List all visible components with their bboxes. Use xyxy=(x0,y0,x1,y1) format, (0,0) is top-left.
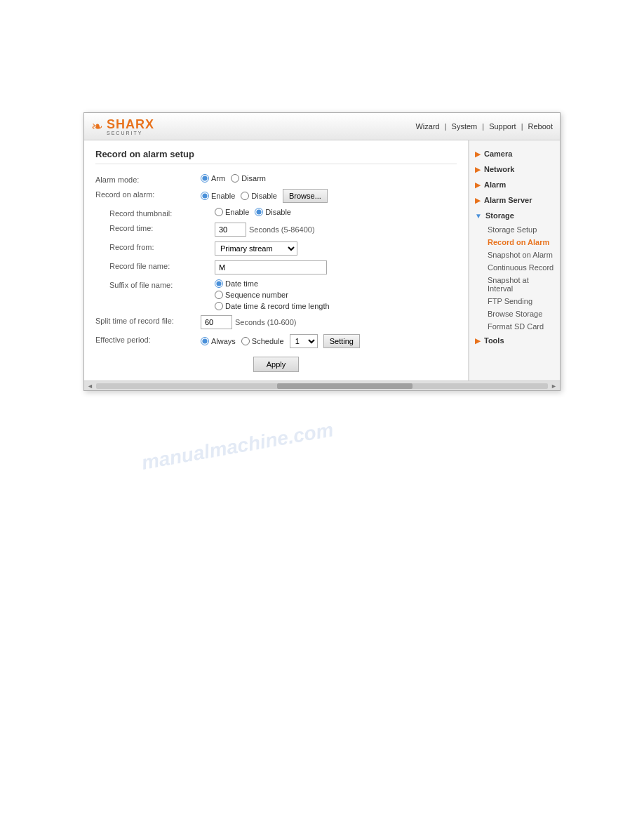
record-file-name-input[interactable] xyxy=(215,260,327,274)
sidebar-item-alarm[interactable]: ▶ Alarm xyxy=(469,177,560,192)
sidebar-item-alarm-server[interactable]: ▶ Alarm Server xyxy=(469,192,560,208)
apply-button[interactable]: Apply xyxy=(253,357,300,372)
logo-area: ❧ SHARX SECURITY xyxy=(91,117,154,135)
effective-period-schedule-label: Schedule xyxy=(252,337,284,345)
sidebar-subitem-continuous-record[interactable]: Continuous Record xyxy=(482,261,560,274)
effective-period-always-label: Always xyxy=(211,337,236,345)
record-time-input[interactable] xyxy=(215,223,246,237)
sidebar-camera-label: Camera xyxy=(484,150,512,158)
header-bar: ❧ SHARX SECURITY Wizard | System | Suppo… xyxy=(84,113,560,140)
storage-subitems: Storage Setup Record on Alarm Snapshot o… xyxy=(469,223,560,333)
suffix-date-time-length[interactable]: Date time & record time length xyxy=(215,302,330,310)
split-time-label: Split time of record file: xyxy=(95,315,201,325)
sidebar-subitem-record-on-alarm[interactable]: Record on Alarm xyxy=(482,236,560,249)
nav-sep-3: | xyxy=(521,122,523,131)
nav-system[interactable]: System xyxy=(452,122,478,131)
logo-brand: SHARX xyxy=(107,117,154,131)
setting-button[interactable]: Setting xyxy=(323,334,360,348)
record-from-select[interactable]: Primary stream Secondary stream xyxy=(215,241,297,256)
sidebar-subitem-browse-storage[interactable]: Browse Storage xyxy=(482,307,560,320)
suffix-sequence-number[interactable]: Sequence number xyxy=(215,291,330,299)
record-time-hint: Seconds (5-86400) xyxy=(249,225,315,234)
sidebar-subitem-ftp-sending[interactable]: FTP Sending xyxy=(482,295,560,307)
nav-wizard[interactable]: Wizard xyxy=(415,122,439,131)
alarm-mode-disarm[interactable]: Disarm xyxy=(231,174,266,183)
scroll-thumb xyxy=(277,383,412,389)
alarm-mode-disarm-radio[interactable] xyxy=(231,174,239,183)
record-time-control: Seconds (5-86400) xyxy=(215,223,457,237)
sidebar-alarm-label: Alarm xyxy=(484,180,506,189)
alarm-mode-disarm-label: Disarm xyxy=(241,174,266,183)
suffix-date-time-length-radio[interactable] xyxy=(215,302,223,310)
record-on-alarm-enable-radio[interactable] xyxy=(201,192,209,200)
record-thumbnail-enable[interactable]: Enable xyxy=(215,208,249,216)
sidebar-subitem-storage-setup[interactable]: Storage Setup xyxy=(482,223,560,236)
tools-arrow-icon: ▶ xyxy=(475,337,481,345)
record-thumbnail-enable-label: Enable xyxy=(225,208,249,216)
record-thumbnail-disable-label: Disable xyxy=(265,208,291,216)
logo-sub: SECURITY xyxy=(107,131,154,135)
split-time-input[interactable] xyxy=(201,315,232,329)
nav-support[interactable]: Support xyxy=(489,122,516,131)
nav-links: Wizard | System | Support | Reboot xyxy=(415,122,553,131)
content-panel: Record on alarm setup Alarm mode: Arm xyxy=(84,140,469,380)
sidebar-item-storage[interactable]: ▼ Storage xyxy=(469,208,560,223)
page-title: Record on alarm setup xyxy=(95,149,457,164)
split-time-hint: Seconds (10-600) xyxy=(235,318,296,326)
record-thumbnail-enable-radio[interactable] xyxy=(215,208,223,216)
sidebar-subitem-format-sd-card[interactable]: Format SD Card xyxy=(482,320,560,333)
sidebar-alarm-server-label: Alarm Server xyxy=(484,196,532,204)
split-time-row: Split time of record file: Seconds (10-6… xyxy=(95,315,457,329)
record-thumbnail-disable-radio[interactable] xyxy=(255,208,263,216)
sidebar-item-tools[interactable]: ▶ Tools xyxy=(469,333,560,348)
record-file-name-label: Record file name: xyxy=(109,260,215,270)
effective-period-schedule-radio[interactable] xyxy=(241,337,250,345)
record-time-label: Record time: xyxy=(109,223,215,232)
suffix-date-time-radio[interactable] xyxy=(215,279,223,288)
scroll-left-btn[interactable]: ◄ xyxy=(87,383,93,390)
logo-text-group: SHARX SECURITY xyxy=(107,117,154,135)
sidebar-subitem-snapshot-at-interval[interactable]: Snapshot at Interval xyxy=(482,274,560,295)
nav-sep-1: | xyxy=(445,122,447,131)
nav-reboot[interactable]: Reboot xyxy=(528,122,553,131)
effective-period-always[interactable]: Always xyxy=(201,337,236,345)
storage-arrow-icon: ▼ xyxy=(475,212,482,220)
alarm-arrow-icon: ▶ xyxy=(475,181,481,189)
effective-period-schedule[interactable]: Schedule xyxy=(241,337,284,345)
record-from-row: Record from: Primary stream Secondary st… xyxy=(95,241,457,256)
browser-window: ❧ SHARX SECURITY Wizard | System | Suppo… xyxy=(83,112,561,391)
scroll-track[interactable] xyxy=(96,383,548,389)
network-arrow-icon: ▶ xyxy=(475,166,481,173)
alarm-mode-label: Alarm mode: xyxy=(95,174,201,184)
record-on-alarm-disable-radio[interactable] xyxy=(241,192,249,200)
record-on-alarm-enable-label: Enable xyxy=(211,192,235,200)
sidebar-subitem-snapshot-on-alarm[interactable]: Snapshot on Alarm xyxy=(482,249,560,261)
record-from-label: Record from: xyxy=(109,241,215,251)
sidebar-item-network[interactable]: ▶ Network xyxy=(469,161,560,177)
alarm-mode-arm[interactable]: Arm xyxy=(201,174,225,183)
record-thumbnail-control: Enable Disable xyxy=(215,208,457,216)
alarm-server-arrow-icon: ▶ xyxy=(475,197,481,204)
apply-row: Apply xyxy=(95,357,457,372)
suffix-date-time-label: Date time xyxy=(225,279,258,288)
scroll-right-btn[interactable]: ► xyxy=(551,383,557,390)
nav-sep-2: | xyxy=(482,122,484,131)
alarm-mode-arm-radio[interactable] xyxy=(201,174,209,183)
record-thumbnail-row: Record thumbnail: Enable Disable xyxy=(95,208,457,218)
sidebar-item-camera[interactable]: ▶ Camera xyxy=(469,146,560,161)
suffix-file-name-control: Date time Sequence number Date time & re… xyxy=(215,279,457,310)
suffix-file-name-row: Suffix of file name: Date time Sequence … xyxy=(95,279,457,310)
sidebar-tools-label: Tools xyxy=(484,336,504,345)
sidebar-network-label: Network xyxy=(484,165,514,173)
record-on-alarm-disable[interactable]: Disable xyxy=(241,192,277,200)
browse-button[interactable]: Browse... xyxy=(283,189,328,203)
suffix-file-name-label: Suffix of file name: xyxy=(109,279,215,289)
suffix-date-time[interactable]: Date time xyxy=(215,279,330,288)
schedule-select[interactable]: 1 2 xyxy=(290,334,318,348)
suffix-sequence-number-radio[interactable] xyxy=(215,291,223,299)
suffix-options-group: Date time Sequence number Date time & re… xyxy=(215,279,330,310)
effective-period-always-radio[interactable] xyxy=(201,337,209,345)
alarm-mode-arm-label: Arm xyxy=(211,174,225,183)
record-on-alarm-enable[interactable]: Enable xyxy=(201,192,235,200)
record-thumbnail-disable[interactable]: Disable xyxy=(255,208,291,216)
